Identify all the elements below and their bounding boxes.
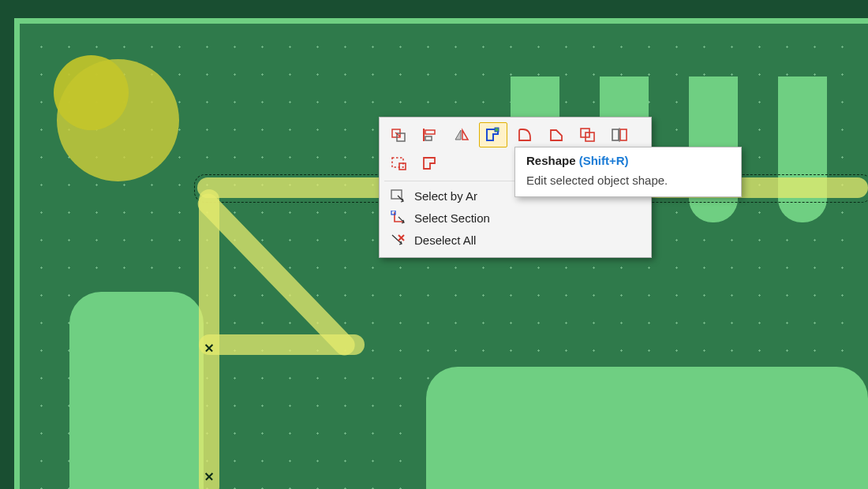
tooltip: Reshape (Shift+R) Edit selected object s… <box>514 147 742 197</box>
copy-shape-icon <box>579 127 597 143</box>
select-by-area-icon <box>389 188 406 203</box>
chamfer-button[interactable] <box>542 122 571 147</box>
mirror-icon <box>611 127 628 143</box>
reshape-button[interactable] <box>479 122 507 147</box>
svg-marker-5 <box>455 130 461 140</box>
reshape-icon <box>485 127 502 143</box>
shape-outline-icon <box>421 155 439 171</box>
svg-rect-4 <box>425 136 432 140</box>
via-pad-core <box>54 55 129 130</box>
arc-icon <box>516 127 533 143</box>
svg-rect-13 <box>392 158 403 167</box>
chamfer-icon <box>548 127 565 143</box>
menu-item-deselect-all[interactable]: Deselect All <box>384 229 646 251</box>
deselect-all-icon <box>389 232 406 248</box>
tooltip-header: Reshape (Shift+R) <box>526 154 730 167</box>
flip-icon <box>453 127 470 143</box>
copper-pad[interactable] <box>778 77 827 222</box>
menu-item-select-section[interactable]: Select Section <box>384 207 646 229</box>
svg-marker-6 <box>462 130 468 140</box>
move-button[interactable] <box>384 122 413 147</box>
tooltip-body: Edit selected object shape. <box>526 174 730 187</box>
move-icon <box>390 127 407 143</box>
select-similar-icon <box>390 155 407 171</box>
flip-button[interactable] <box>447 122 476 147</box>
svg-rect-11 <box>620 129 627 140</box>
menu-item-label: Deselect All <box>414 233 642 247</box>
select-similar-button[interactable] <box>384 151 413 176</box>
pcb-editor-canvas-area: Select by Ar Select Section Deselect All <box>0 0 868 489</box>
mirror-button[interactable] <box>605 122 634 147</box>
menu-item-label: Select Section <box>414 211 642 225</box>
align-left-icon <box>421 127 439 143</box>
copper-pad[interactable] <box>69 292 204 489</box>
tooltip-shortcut: (Shift+R) <box>579 154 629 167</box>
select-section-icon <box>389 210 406 226</box>
svg-rect-10 <box>612 129 619 140</box>
svg-rect-7 <box>495 128 499 132</box>
tooltip-title: Reshape <box>526 154 576 167</box>
copy-shape-button[interactable] <box>574 122 602 147</box>
trace-segment[interactable] <box>199 334 365 355</box>
svg-rect-14 <box>399 163 406 170</box>
arc-button[interactable] <box>511 122 539 147</box>
align-button[interactable] <box>416 122 444 147</box>
copper-pad[interactable] <box>426 367 868 489</box>
shape-outline-button[interactable] <box>416 151 444 176</box>
svg-rect-3 <box>425 130 435 134</box>
